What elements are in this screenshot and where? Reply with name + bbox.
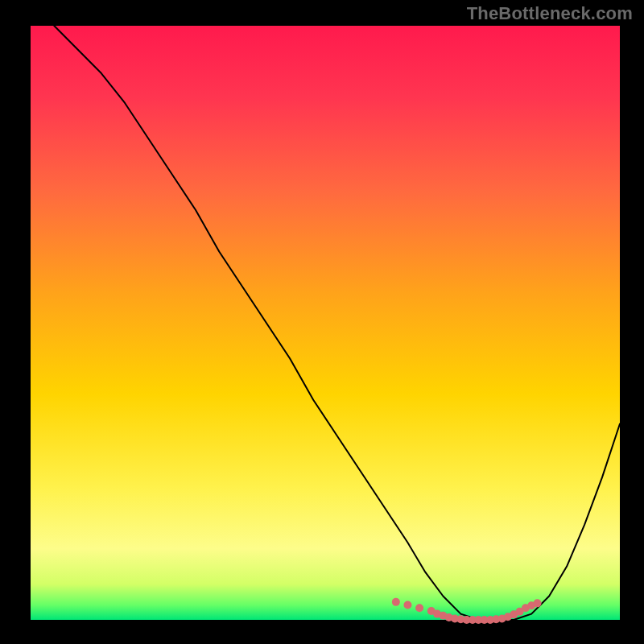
optimal-marker (392, 598, 400, 606)
optimal-marker (534, 599, 542, 607)
watermark-text: TheBottleneck.com (467, 3, 633, 24)
optimal-marker (403, 601, 411, 609)
optimal-marker (415, 604, 423, 612)
chart-canvas (0, 0, 644, 644)
gradient-background (31, 26, 620, 620)
bottleneck-chart: TheBottleneck.com (0, 0, 644, 644)
